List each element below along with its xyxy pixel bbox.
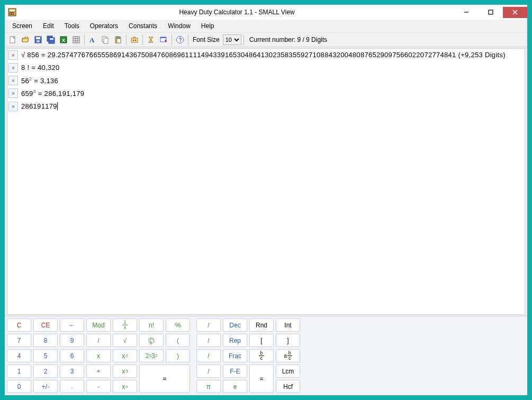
new-icon[interactable] [7, 34, 19, 46]
minimize-button[interactable] [454, 7, 479, 18]
svg-rect-21 [73, 37, 79, 43]
key-frac[interactable]: Frac [223, 349, 247, 362]
key-lcm[interactable]: Lcm [276, 365, 300, 378]
key-multiply[interactable]: x [86, 349, 111, 362]
key-2[interactable]: 2 [33, 365, 58, 378]
key-a-b-over-c[interactable]: abc [276, 349, 300, 362]
key-pi[interactable]: π [196, 380, 221, 393]
key-r-equals[interactable]: = [249, 365, 274, 393]
keypad: CCE←Mod1xn!%789/√(nk)(456xx22332)123+x3=… [5, 316, 527, 395]
toolbar-separator [126, 34, 127, 45]
key-r-slash-4[interactable]: / [196, 365, 221, 378]
toolbar-separator [188, 34, 188, 45]
key-equals[interactable]: = [139, 365, 190, 393]
key-e[interactable]: e [223, 380, 247, 393]
svg-rect-3 [11, 12, 12, 13]
key-dec[interactable]: Dec [223, 318, 247, 332]
key-cube[interactable]: x3 [113, 365, 137, 378]
menu-tools[interactable]: Tools [59, 21, 85, 31]
paste-icon[interactable] [112, 34, 124, 46]
close-button[interactable] [503, 7, 527, 18]
key-percent[interactable]: % [166, 318, 190, 332]
key-1[interactable]: 1 [7, 365, 31, 378]
key-int[interactable]: Int [276, 318, 300, 332]
key-b-over-c[interactable]: bc [249, 349, 274, 362]
font-size-select[interactable]: 10 [223, 34, 241, 45]
status-text: Current number: 9 / 9 Digits [246, 36, 327, 43]
svg-rect-18 [50, 38, 53, 40]
key-r-slash-3[interactable]: / [196, 349, 221, 362]
key-sqrt[interactable]: √ [113, 334, 137, 347]
delete-line-button[interactable]: × [8, 50, 18, 60]
menu-operators[interactable]: Operators [85, 21, 123, 31]
delete-line-button[interactable]: × [8, 88, 18, 98]
window-icon[interactable] [158, 34, 169, 46]
key-clear[interactable]: C [7, 318, 31, 332]
key-r-slash-1[interactable]: / [196, 318, 221, 332]
toolbar-separator [142, 34, 143, 45]
menu-edit[interactable]: Edit [38, 21, 59, 31]
menu-window[interactable]: Window [163, 21, 196, 31]
key-clear-entry[interactable]: CE [33, 318, 58, 332]
key-divide[interactable]: / [86, 334, 111, 347]
save-all-icon[interactable] [45, 34, 57, 46]
key-4[interactable]: 4 [7, 349, 31, 362]
key-reciprocal[interactable]: 1x [113, 318, 137, 332]
history-line: ×√ 856 = 29.2574776766555869143675084760… [7, 49, 525, 61]
key-r-slash-2[interactable]: / [196, 334, 221, 347]
key-negate[interactable]: +/- [33, 380, 58, 393]
menu-help[interactable]: Help [196, 21, 220, 31]
timer-icon[interactable] [145, 34, 157, 46]
key-prime-factor[interactable]: 2332 [139, 349, 164, 362]
key-bracket-close[interactable]: ] [276, 334, 300, 347]
delete-line-button[interactable]: × [8, 102, 18, 111]
history-line: ×8 ! = 40,320 [7, 61, 525, 74]
svg-rect-32 [131, 38, 138, 42]
key-hcf[interactable]: Hcf [276, 380, 300, 393]
toolbar-separator [172, 34, 172, 45]
key-3[interactable]: 3 [60, 365, 84, 378]
delete-line-button[interactable]: × [8, 76, 18, 85]
svg-text:X: X [62, 38, 65, 43]
key-8[interactable]: 8 [33, 334, 58, 347]
key-add[interactable]: + [86, 365, 111, 378]
key-binomial[interactable]: (nk) [139, 334, 164, 347]
history-expression[interactable]: 286191179 [20, 101, 59, 112]
open-icon[interactable] [20, 34, 31, 46]
key-paren-close[interactable]: ) [166, 349, 190, 362]
key-bracket-open[interactable]: [ [249, 334, 274, 347]
key-paren-open[interactable]: ( [166, 334, 190, 347]
key-backspace[interactable]: ← [60, 318, 84, 332]
save-icon[interactable] [32, 34, 44, 46]
svg-text:?: ? [179, 37, 182, 43]
key-factorial[interactable]: n! [139, 318, 164, 332]
key-mod[interactable]: Mod [86, 318, 111, 332]
svg-point-34 [135, 40, 137, 41]
font-icon[interactable]: A [87, 34, 98, 46]
key-0[interactable]: 0 [7, 380, 31, 393]
key-6[interactable]: 6 [60, 349, 84, 362]
key-square[interactable]: x2 [113, 349, 137, 362]
key-subtract[interactable]: - [86, 380, 111, 393]
key-5[interactable]: 5 [33, 349, 58, 362]
key-rnd[interactable]: Rnd [249, 318, 274, 332]
key-power-n[interactable]: xn [113, 380, 137, 393]
maximize-button[interactable] [479, 7, 503, 18]
history-expression: √ 856 = 29.25747767665558691436750847608… [20, 49, 507, 60]
svg-text:A: A [89, 36, 95, 44]
copy-icon[interactable] [100, 34, 111, 46]
excel-icon[interactable]: X [58, 34, 69, 46]
key-decimal[interactable]: . [60, 380, 84, 393]
svg-rect-28 [104, 38, 108, 43]
key-9[interactable]: 9 [60, 334, 84, 347]
help-icon[interactable]: ? [174, 34, 186, 46]
delete-line-button[interactable]: × [8, 63, 18, 73]
menu-constants[interactable]: Constants [123, 21, 163, 31]
key-f-e[interactable]: F-E [223, 365, 247, 378]
menu-screen[interactable]: Screen [7, 21, 38, 31]
history-expression: 562 = 3,136 [20, 75, 59, 86]
key-7[interactable]: 7 [7, 334, 31, 347]
options-icon[interactable] [129, 34, 140, 46]
table-icon[interactable] [70, 34, 82, 46]
key-rep[interactable]: Rep [223, 334, 247, 347]
